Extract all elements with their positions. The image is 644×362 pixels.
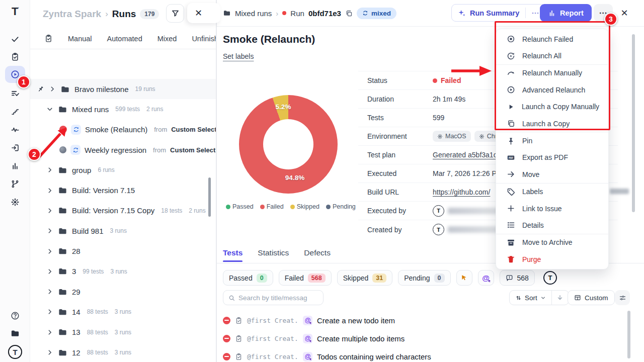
test-row[interactable]: @first Creat... @ Todos containing weird… bbox=[223, 347, 630, 362]
folders-icon[interactable] bbox=[11, 329, 20, 338]
menu-item-details[interactable]: Details bbox=[496, 217, 608, 233]
tab-automated[interactable]: Automated bbox=[107, 35, 142, 43]
env-chip-macos[interactable]: MacOS bbox=[433, 131, 471, 142]
tree-item-28[interactable]: 28 bbox=[30, 241, 216, 261]
tree-item-build-981[interactable]: Build 981 3 runs bbox=[30, 221, 216, 241]
tree-item-bravo-milestone[interactable]: Bravo milestone 19 runs bbox=[30, 79, 216, 99]
tree-item-build-715-copy[interactable]: Build: Version 7.15 Copy 18 tests 2 runs bbox=[30, 201, 216, 221]
help-icon[interactable] bbox=[11, 311, 20, 321]
chevron-right-icon[interactable] bbox=[46, 349, 53, 356]
chevron-right-icon[interactable] bbox=[46, 207, 53, 214]
chevron-right-icon[interactable] bbox=[46, 329, 53, 336]
menu-item-pin[interactable]: Pin bbox=[496, 132, 608, 149]
chevron-right-icon[interactable] bbox=[46, 227, 53, 234]
tab-statistics[interactable]: Statistics bbox=[258, 248, 289, 257]
menu-item-labels[interactable]: Labels bbox=[496, 184, 608, 200]
account-logo-icon[interactable]: T bbox=[8, 345, 22, 359]
chevron-down-icon[interactable] bbox=[46, 106, 53, 113]
run-summary-button[interactable]: Run Summary ⋯ bbox=[451, 4, 545, 22]
tree-item-29[interactable]: 29 bbox=[30, 282, 216, 302]
tree-item-build-715[interactable]: Build: Version 7.15 bbox=[30, 180, 216, 200]
buildurl-link[interactable]: https://github.com/ bbox=[433, 188, 490, 196]
tree-scrollbar[interactable] bbox=[208, 177, 211, 217]
tab-defects[interactable]: Defects bbox=[304, 248, 331, 257]
breadcrumb-folder[interactable]: Mixed runs bbox=[235, 9, 272, 18]
filter-failed[interactable]: Failed568 bbox=[279, 270, 332, 286]
chevron-right-icon[interactable] bbox=[46, 308, 53, 315]
set-labels-link[interactable]: Set labels bbox=[223, 52, 254, 60]
test-title[interactable]: Todos containing weird characters bbox=[317, 352, 431, 361]
select-runs-icon[interactable] bbox=[44, 34, 53, 43]
chevron-right-icon[interactable] bbox=[46, 187, 53, 194]
menu-item-link-issue[interactable]: Link to Issue bbox=[496, 200, 608, 217]
test-row[interactable]: @first Creat... @ Create multiple todo i… bbox=[223, 329, 630, 347]
menu-item-move[interactable]: Move bbox=[496, 166, 608, 183]
tab-tests[interactable]: Tests bbox=[223, 248, 243, 257]
filter-skipped[interactable]: Skipped31 bbox=[337, 270, 393, 286]
view-settings-button[interactable] bbox=[615, 290, 630, 305]
menu-item-purge[interactable]: Purge bbox=[496, 251, 608, 267]
check-icon[interactable] bbox=[11, 35, 20, 44]
tree-item-3[interactable]: 3 99 tests 3 runs bbox=[30, 261, 216, 282]
test-title[interactable]: Create a new todo item bbox=[317, 316, 395, 325]
tree-item-label: 28 bbox=[72, 247, 80, 255]
list-check-icon[interactable] bbox=[11, 89, 20, 98]
copy-icon[interactable] bbox=[345, 10, 353, 17]
run-label: Weekly regression bbox=[85, 146, 146, 154]
tab-manual[interactable]: Manual bbox=[68, 35, 92, 43]
chevron-right-icon[interactable] bbox=[46, 248, 53, 255]
pulse-icon[interactable] bbox=[11, 125, 20, 134]
chevron-right-icon[interactable] bbox=[46, 166, 53, 173]
ai-cursor-filter[interactable] bbox=[456, 270, 472, 286]
sort-button[interactable]: Sort bbox=[510, 294, 551, 302]
filter-passed[interactable]: Passed0 bbox=[223, 270, 273, 286]
filter-pending[interactable]: Pending0 bbox=[398, 270, 450, 286]
gear-icon[interactable] bbox=[11, 198, 20, 207]
tab-unfinished[interactable]: Unfinish bbox=[192, 35, 216, 43]
close-icon[interactable]: ✕ bbox=[195, 8, 202, 19]
list-scrollbar[interactable] bbox=[627, 311, 630, 358]
sort-control: Sort bbox=[509, 290, 569, 305]
app-logo[interactable]: T' bbox=[12, 5, 19, 18]
chevron-right-icon[interactable] bbox=[49, 85, 56, 93]
test-title[interactable]: Create multiple todo items bbox=[317, 334, 405, 343]
bar-chart-icon[interactable] bbox=[11, 161, 20, 170]
menu-item-move-archive[interactable]: Move to Archive bbox=[496, 234, 608, 251]
search-box[interactable] bbox=[223, 290, 324, 305]
main-scrollbar[interactable] bbox=[632, 34, 635, 212]
chevron-right-icon[interactable] bbox=[46, 288, 53, 295]
clipboard-check-icon[interactable] bbox=[11, 52, 20, 61]
test-tag: @first Creat... bbox=[247, 353, 298, 360]
tab-mixed[interactable]: Mixed bbox=[157, 35, 177, 43]
tree-item-label: 13 bbox=[72, 328, 80, 336]
search-input[interactable] bbox=[238, 294, 316, 302]
tree-item-12[interactable]: 12 88 tests 3 runs bbox=[30, 342, 216, 362]
custom-columns-button[interactable]: Custom bbox=[568, 290, 615, 305]
sign-in-icon[interactable] bbox=[11, 143, 20, 152]
filter-button[interactable] bbox=[166, 4, 184, 23]
testplan-link[interactable]: Generated a5bf3a1c bbox=[433, 151, 497, 159]
tree-item-label: 12 bbox=[72, 348, 80, 357]
chevron-right-icon[interactable] bbox=[46, 268, 53, 275]
gear-icon bbox=[479, 134, 485, 139]
folder-icon bbox=[58, 165, 67, 175]
menu-item-export-pdf[interactable]: Export as PDF bbox=[496, 149, 608, 166]
comments-filter[interactable]: 568 bbox=[500, 270, 535, 286]
user-avatar[interactable]: T bbox=[543, 271, 557, 285]
test-row[interactable]: @first Creat... @ Create a new todo item bbox=[223, 311, 630, 329]
tree-item-mixed-runs[interactable]: Mixed runs 599 tests 2 runs bbox=[30, 99, 216, 119]
tree-item-13[interactable]: 13 88 tests 3 runs bbox=[30, 322, 216, 342]
sort-direction-button[interactable] bbox=[552, 294, 569, 301]
at-cursor-filter[interactable]: @ bbox=[478, 270, 494, 286]
report-button[interactable]: Report bbox=[540, 4, 592, 22]
tree-item-group[interactable]: group 6 runs bbox=[30, 160, 216, 180]
steps-icon[interactable] bbox=[11, 108, 20, 116]
gear-icon bbox=[437, 134, 443, 139]
project-name[interactable]: Zyntra Spark bbox=[43, 9, 101, 20]
close-run-icon[interactable]: ✕ bbox=[618, 7, 631, 20]
popup-close-card: ✕ bbox=[187, 3, 220, 23]
at-badge-icon: @ bbox=[303, 352, 312, 361]
tree-item-14[interactable]: 14 88 tests 3 runs bbox=[30, 302, 216, 322]
duration-value: 2h 1m 49s bbox=[433, 95, 465, 103]
branch-icon[interactable] bbox=[11, 179, 20, 189]
